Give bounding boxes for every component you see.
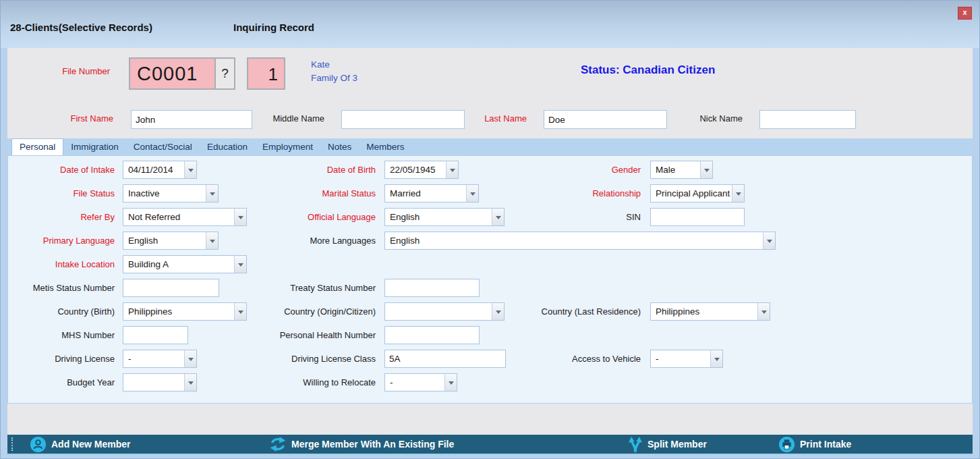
file-status-combo[interactable]: Inactive [123, 184, 219, 202]
refer-by-label: Refer By [8, 208, 115, 226]
middle-name-label: Middle Name [230, 113, 324, 124]
driving-license-combo[interactable]: - [123, 350, 197, 368]
merge-member-button[interactable]: Merge Member With An Existing File [269, 435, 454, 454]
relationship-label: Relationship [504, 184, 641, 202]
willing-to-relocate-combo[interactable]: - [384, 373, 457, 392]
intake-location-value: Building A [123, 259, 234, 269]
personal-tab-panel: Date of Intake 04/11/2014 Date of Birth … [7, 155, 973, 404]
toolbar-grip[interactable] [11, 437, 13, 451]
country-last-residence-combo[interactable]: Philippines [650, 302, 770, 321]
split-member-button[interactable]: Split Member [628, 435, 707, 454]
more-languages-label: More Languages [227, 232, 376, 250]
chevron-down-icon [710, 350, 722, 367]
tab-personal[interactable]: Personal [11, 138, 63, 155]
print-intake-label: Print Intake [800, 439, 851, 450]
file-number-box[interactable]: C0001 ? [129, 57, 235, 90]
window-subtitle: Inquiring Record [233, 22, 314, 33]
chevron-down-icon [444, 374, 457, 391]
family-size-text: Family Of 3 [311, 73, 357, 83]
date-of-intake-picker[interactable]: 04/11/2014 [123, 161, 197, 179]
official-language-combo[interactable]: English [384, 208, 505, 226]
budget-year-label: Budget Year [8, 373, 115, 392]
chevron-down-icon [234, 256, 246, 273]
chevron-down-icon [466, 185, 478, 202]
country-last-residence-value: Philippines [651, 306, 757, 317]
driving-license-label: Driving License [8, 350, 115, 368]
refer-by-value: Not Referred [123, 212, 234, 222]
primary-language-label: Primary Language [8, 232, 115, 250]
metis-status-number-label: Metis Status Number [8, 279, 115, 297]
driving-license-value: - [123, 354, 184, 364]
add-new-member-button[interactable]: Add New Member [30, 435, 130, 454]
add-new-member-label: Add New Member [51, 439, 130, 450]
nick-name-input[interactable] [759, 110, 856, 129]
gender-value: Male [651, 165, 700, 175]
tab-contact-social[interactable]: Contact/Social [126, 138, 200, 155]
tab-education[interactable]: Education [200, 138, 255, 155]
relationship-value: Principal Applicant [651, 188, 732, 198]
more-languages-combo[interactable]: English [384, 232, 776, 250]
driving-license-class-input[interactable] [384, 350, 506, 368]
tab-notes[interactable]: Notes [320, 138, 359, 155]
gender-combo[interactable]: Male [650, 161, 713, 179]
tab-members[interactable]: Members [359, 138, 411, 155]
sin-label: SIN [504, 208, 641, 226]
personal-health-number-input[interactable] [384, 326, 480, 344]
nick-name-label: Nick Name [655, 113, 743, 124]
more-languages-value: English [385, 236, 763, 246]
merge-member-label: Merge Member With An Existing File [291, 439, 454, 450]
country-origin-combo[interactable] [384, 302, 505, 321]
chevron-down-icon [206, 185, 218, 202]
treaty-status-number-label: Treaty Status Number [227, 279, 376, 297]
bottom-toolbar: Add New Member Merge Member With An Exis… [7, 435, 973, 455]
mhs-number-label: MHS Number [8, 326, 115, 344]
close-button[interactable]: x [958, 7, 972, 20]
chevron-down-icon [732, 185, 744, 202]
primary-language-value: English [123, 236, 206, 246]
treaty-status-number-input[interactable] [384, 279, 480, 297]
primary-language-combo[interactable]: English [123, 232, 219, 250]
last-name-label: Last Name [439, 113, 527, 124]
file-number-value[interactable]: C0001 [130, 59, 214, 88]
file-status-label: File Status [8, 184, 115, 202]
relationship-combo[interactable]: Principal Applicant [650, 184, 745, 202]
chevron-down-icon [492, 303, 504, 320]
chevron-down-icon [492, 209, 504, 225]
official-language-label: Official Language [227, 208, 376, 226]
marital-status-combo[interactable]: Married [384, 184, 479, 202]
date-of-birth-picker[interactable]: 22/05/1945 [384, 161, 459, 179]
willing-to-relocate-label: Willing to Relocate [227, 373, 376, 392]
tab-strip: Personal Immigration Contact/Social Educ… [7, 138, 973, 155]
marital-status-label: Marital Status [227, 184, 376, 202]
member-number-box[interactable]: 1 [247, 57, 285, 90]
last-name-input[interactable] [544, 110, 667, 129]
marital-status-value: Married [385, 188, 466, 198]
split-icon [628, 436, 643, 453]
country-birth-value: Philippines [123, 306, 234, 317]
driving-license-class-label: Driving License Class [227, 350, 376, 368]
date-of-birth-label: Date of Birth [227, 161, 376, 179]
country-birth-label: Country (Birth) [8, 302, 115, 321]
tab-immigration[interactable]: Immigration [63, 138, 126, 155]
sin-input[interactable] [650, 208, 745, 226]
chevron-down-icon [700, 161, 712, 178]
print-icon [778, 436, 795, 453]
chevron-down-icon [206, 232, 218, 249]
mhs-number-input[interactable] [123, 326, 188, 344]
metis-status-number-input[interactable] [123, 279, 219, 297]
date-of-intake-value: 04/11/2014 [123, 165, 184, 175]
personal-health-number-label: Personal Health Number [227, 326, 376, 344]
intake-location-combo[interactable]: Building A [123, 255, 247, 273]
member-name-text: Kate [311, 59, 330, 70]
merge-icon [269, 436, 287, 452]
tab-employment[interactable]: Employment [255, 138, 320, 155]
print-intake-button[interactable]: Print Intake [778, 435, 851, 454]
file-number-lookup-button[interactable]: ? [214, 59, 234, 88]
chevron-down-icon [446, 161, 458, 178]
willing-to-relocate-value: - [385, 377, 444, 387]
file-status-value: Inactive [123, 188, 206, 198]
access-to-vehicle-combo[interactable]: - [650, 350, 723, 368]
chevron-down-icon [184, 374, 196, 391]
budget-year-combo[interactable] [123, 373, 197, 392]
country-origin-label: Country (Origin/Citizen) [227, 302, 376, 321]
